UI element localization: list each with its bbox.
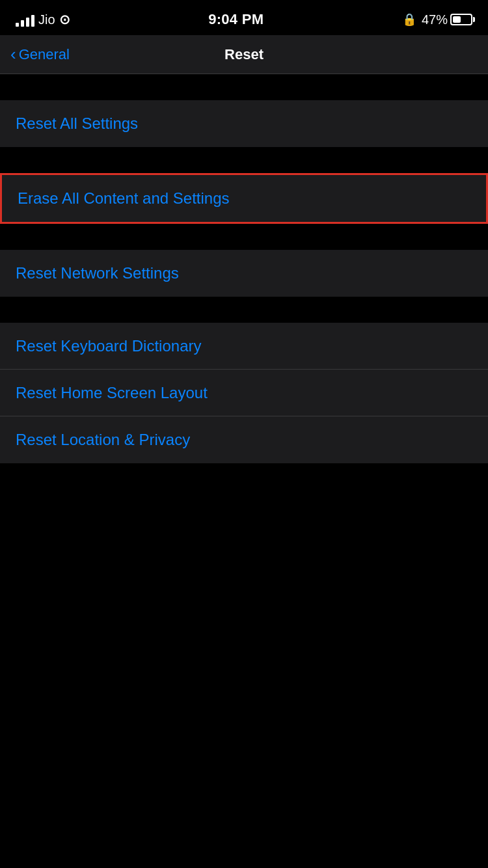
status-right: 🔒 47%: [402, 12, 472, 27]
page-title: Reset: [224, 46, 264, 63]
reset-home-screen-layout-item[interactable]: Reset Home Screen Layout: [0, 370, 488, 416]
signal-bar-4: [31, 15, 34, 27]
reset-all-settings-label: Reset All Settings: [16, 115, 138, 133]
reset-all-settings-item[interactable]: Reset All Settings: [0, 100, 488, 147]
signal-bar-1: [16, 23, 19, 27]
reset-network-settings-item[interactable]: Reset Network Settings: [0, 250, 488, 297]
navigation-bar: ‹ General Reset: [0, 35, 488, 74]
battery-container: 47%: [422, 12, 472, 27]
signal-bar-3: [26, 18, 29, 27]
wifi-icon: ⊙: [59, 12, 70, 27]
reset-location-privacy-item[interactable]: Reset Location & Privacy: [0, 416, 488, 463]
lock-icon: 🔒: [402, 12, 416, 27]
reset-keyboard-dictionary-label: Reset Keyboard Dictionary: [16, 337, 201, 355]
status-time: 9:04 PM: [208, 11, 264, 28]
carrier-name: Jio: [38, 12, 55, 27]
back-label: General: [19, 46, 70, 63]
reset-keyboard-dictionary-item[interactable]: Reset Keyboard Dictionary: [0, 323, 488, 370]
reset-home-screen-layout-label: Reset Home Screen Layout: [16, 384, 208, 402]
spacer-1: [0, 74, 488, 100]
battery-percent: 47%: [422, 12, 448, 27]
erase-all-content-item[interactable]: Erase All Content and Settings: [2, 175, 486, 222]
signal-bars-icon: [16, 12, 34, 27]
spacer-3: [0, 224, 488, 250]
section-3: Reset Network Settings: [0, 250, 488, 297]
back-button[interactable]: ‹ General: [10, 46, 70, 63]
erase-all-content-label: Erase All Content and Settings: [18, 189, 230, 208]
section-2: Erase All Content and Settings: [2, 175, 486, 222]
spacer-2: [0, 147, 488, 173]
reset-location-privacy-label: Reset Location & Privacy: [16, 431, 190, 449]
bottom-area: [0, 463, 488, 737]
battery-fill: [453, 16, 461, 23]
battery-icon: [450, 14, 472, 25]
status-bar: Jio ⊙ 9:04 PM 🔒 47%: [0, 0, 488, 35]
signal-bar-2: [21, 20, 24, 27]
section-4: Reset Keyboard Dictionary Reset Home Scr…: [0, 323, 488, 463]
section-1: Reset All Settings: [0, 100, 488, 147]
spacer-4: [0, 297, 488, 323]
erase-all-highlight-border: Erase All Content and Settings: [0, 173, 488, 224]
reset-network-settings-label: Reset Network Settings: [16, 264, 179, 282]
status-left: Jio ⊙: [16, 12, 70, 27]
chevron-left-icon: ‹: [10, 46, 16, 62]
